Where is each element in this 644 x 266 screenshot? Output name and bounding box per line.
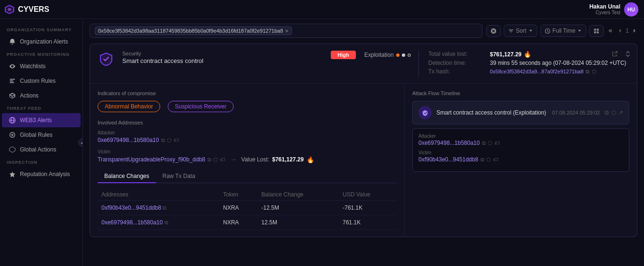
total-value-amount: $761,127.29: [490, 51, 522, 58]
severity-area: High Exploitation: [331, 51, 411, 59]
filter-tag-value: 0x58ce3f53842d3a98aa31187459835bb85b0a0f…: [98, 28, 283, 34]
abnormal-behavior-btn[interactable]: Abnormal Behavior: [98, 101, 160, 112]
global-actions-label: Global Actions: [20, 146, 56, 153]
global-rules-icon: [9, 131, 16, 139]
sidebar-item-watchlists[interactable]: Watchlists: [2, 59, 81, 73]
chevron-down-icon: [528, 28, 533, 33]
user-org: Cyvers Test: [590, 10, 620, 15]
filter-tag[interactable]: 0x58ce3f53842d3a98aa31187459835bb85b0a0f…: [95, 27, 292, 35]
copy-timeline-icon[interactable]: ⧉: [605, 109, 609, 116]
global-actions-icon: [9, 146, 16, 153]
attacker-role: Attacker: [98, 130, 397, 135]
table-cell-token: NXRA: [219, 201, 258, 215]
tag-attacker-icon[interactable]: 🏷: [173, 137, 179, 143]
balance-table: Addresses Token Balance Change USD Value…: [98, 189, 397, 230]
reputation-label: Reputation Analysis: [20, 171, 70, 177]
exploitation-label: Exploitation: [364, 52, 411, 58]
bell-icon: [9, 38, 16, 45]
external-victim-icon[interactable]: ⬡: [213, 157, 218, 163]
alert-meta: Total value lost: $761,127.29 🔥 Detectio…: [418, 51, 629, 77]
chevron-right-icon[interactable]: [632, 28, 637, 34]
tab-raw-tx[interactable]: Raw Tx Data: [156, 170, 202, 183]
severity-badge: High: [331, 51, 355, 59]
tag-tl-attacker-icon[interactable]: 🏷: [494, 140, 499, 146]
indicators-title: Indicators of compromise: [98, 90, 397, 96]
tab-balance-changes[interactable]: Balance Changes: [98, 170, 156, 183]
attacker-address-value: 0xe6979498...1b580a10: [98, 137, 159, 143]
sidebar-item-actions[interactable]: Actions: [2, 89, 81, 103]
tx-hash-row: Tx hash: 0x58ce3f53842d3a9...87a0f2e9127…: [428, 68, 629, 75]
external-link-icon[interactable]: [611, 51, 618, 59]
expand-timeline-icon[interactable]: ↗: [618, 109, 623, 116]
copy-address-icon-0[interactable]: ⧉: [163, 205, 166, 211]
timeline-title: Attack Flow Timeline: [412, 90, 629, 96]
attacker-address: 0xe6979498...1b580a10 ⧉ ⬡ 🏷: [98, 137, 397, 143]
copy-attacker-icon[interactable]: ⧉: [161, 137, 165, 143]
external-timeline-icon[interactable]: ⬡: [611, 109, 616, 116]
svg-rect-12: [597, 28, 599, 30]
copy-tx-hash-icon[interactable]: ⧉: [586, 69, 590, 75]
chevron-left-icon[interactable]: [617, 28, 623, 34]
inspection-label: INSPECTION: [0, 157, 82, 167]
table-row: 0xf90b43e0...9451ddb8 ⧉ NXRA -12.5M -761…: [98, 201, 397, 215]
logo-icon: [4, 4, 15, 15]
external-tl-victim-icon[interactable]: ⬡: [486, 157, 491, 163]
sidebar: ORGANIZATION SUMMARY Organization Alerts…: [0, 19, 83, 266]
collapse-icon[interactable]: [625, 51, 631, 59]
clear-icon: [490, 28, 497, 34]
timeline-event-time: 07.08.2024 05:29:02: [552, 110, 600, 115]
sidebar-item-org-alerts[interactable]: Organization Alerts: [2, 35, 81, 49]
involved-title: Involved Addresses: [98, 120, 397, 125]
total-value-row: Total value lost: $761,127.29 🔥: [428, 51, 629, 58]
dot-orange: [396, 53, 399, 57]
external-attacker-icon[interactable]: ⬡: [167, 137, 172, 143]
victim-group: Victim TransparentUpgradeableProxy_f90b_…: [98, 149, 397, 163]
app-logo: CYVERS: [4, 4, 49, 15]
sidebar-item-global-rules[interactable]: Global Rules: [2, 128, 81, 142]
col-token: Token: [219, 189, 258, 201]
value-lost-amount: $761,127.29: [272, 156, 304, 163]
sidebar-item-web3-alerts[interactable]: WEB3 Alerts: [2, 113, 81, 127]
timeline-attacker-address: 0xe6979498...1b580a10 ⧉ ⬡ 🏷: [418, 140, 623, 146]
attacker-address-icons: ⧉ ⬡ 🏷: [161, 137, 179, 143]
sort-button[interactable]: Sort: [504, 25, 537, 37]
table-cell-usd: 761.1K: [339, 215, 397, 230]
value-fire-icon: 🔥: [307, 156, 314, 163]
tx-hash: 0x58ce3f53842d3a9...87a0f2e91271ba8: [490, 69, 584, 74]
chevron-down-icon-2: [577, 28, 582, 33]
svg-rect-3: [10, 79, 15, 80]
external-tl-attacker-icon[interactable]: ⬡: [488, 140, 492, 146]
timeline-victim-icons: ⧉ ⬡ 🏷: [481, 157, 498, 163]
filter-tag-close-icon[interactable]: ✕: [285, 28, 289, 34]
copy-victim-icon[interactable]: ⧉: [208, 157, 211, 163]
avatar[interactable]: HU: [624, 2, 638, 17]
sidebar-item-reputation[interactable]: Reputation Analysis: [2, 167, 81, 181]
chevron-left-double-icon[interactable]: [608, 27, 614, 34]
watchlists-label: Watchlists: [20, 63, 45, 70]
custom-rules-label: Custom Rules: [20, 78, 55, 84]
sidebar-item-custom-rules[interactable]: Custom Rules: [2, 74, 81, 88]
external-link-tx-icon[interactable]: ⬡: [592, 69, 597, 75]
suspicious-receiver-btn[interactable]: Suspicious Receiver: [168, 101, 234, 112]
timeline-attacker-icons: ⧉ ⬡ 🏷: [482, 140, 499, 146]
tag-victim-icon[interactable]: 🏷: [220, 157, 225, 162]
alert-type-info: Security Smart contract access control: [122, 51, 323, 64]
col-addresses: Addresses: [98, 189, 219, 201]
clear-filter-button[interactable]: [486, 25, 501, 37]
grid-view-button[interactable]: [589, 25, 604, 37]
tx-hash-value: 0x58ce3f53842d3a9...87a0f2e91271ba8 ⧉ ⬡: [490, 68, 597, 75]
tag-tl-victim-icon[interactable]: 🏷: [493, 157, 498, 163]
copy-tl-attacker-icon[interactable]: ⧉: [482, 140, 486, 146]
svg-rect-11: [594, 28, 596, 30]
timeline-victim: Victim 0xf90b43e0...9451ddb8 ⧉ ⬡ 🏷: [418, 150, 623, 163]
dot-outline: [408, 53, 411, 57]
victim-address-icons: ⧉ ⬡ 🏷: [208, 157, 225, 163]
copy-address-icon-1[interactable]: ⧉: [164, 220, 168, 225]
timeline-event-header: Smart contract access control (Exploitat…: [418, 106, 623, 119]
alert-body: Indicators of compromise Abnormal Behavi…: [90, 84, 637, 237]
copy-tl-victim-icon[interactable]: ⧉: [481, 157, 484, 163]
victim-address: TransparentUpgradeableProxy_f90b_ddb8 ⧉ …: [98, 156, 225, 163]
time-filter-button[interactable]: Full Time: [540, 25, 587, 37]
web3-alerts-label: WEB3 Alerts: [20, 117, 52, 124]
sidebar-item-global-actions[interactable]: Global Actions: [2, 142, 81, 157]
